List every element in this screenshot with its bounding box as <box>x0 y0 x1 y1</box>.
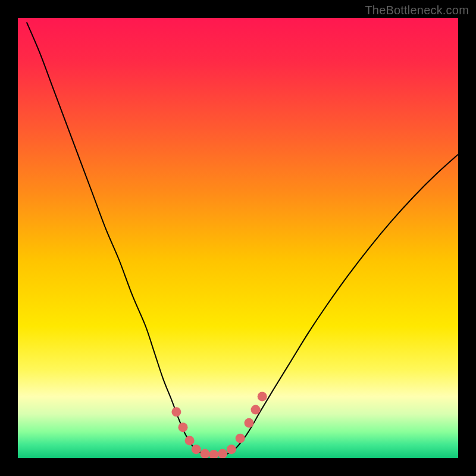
marker-dot <box>251 405 261 415</box>
chart-container: TheBottleneck.com <box>0 0 476 476</box>
marker-dot <box>171 407 181 416</box>
marker-dot <box>192 444 201 454</box>
plot-area <box>18 18 458 458</box>
marker-dot <box>218 449 227 458</box>
marker-dot <box>201 449 210 458</box>
marker-dot <box>245 418 254 428</box>
marker-dot <box>258 392 267 401</box>
marker-dot <box>178 422 188 432</box>
marker-dot <box>185 436 195 445</box>
marker-dot <box>236 434 245 443</box>
chart-svg <box>18 18 458 458</box>
marker-dot <box>227 444 236 454</box>
watermark-label: TheBottleneck.com <box>365 4 469 17</box>
gradient-background <box>18 18 458 458</box>
